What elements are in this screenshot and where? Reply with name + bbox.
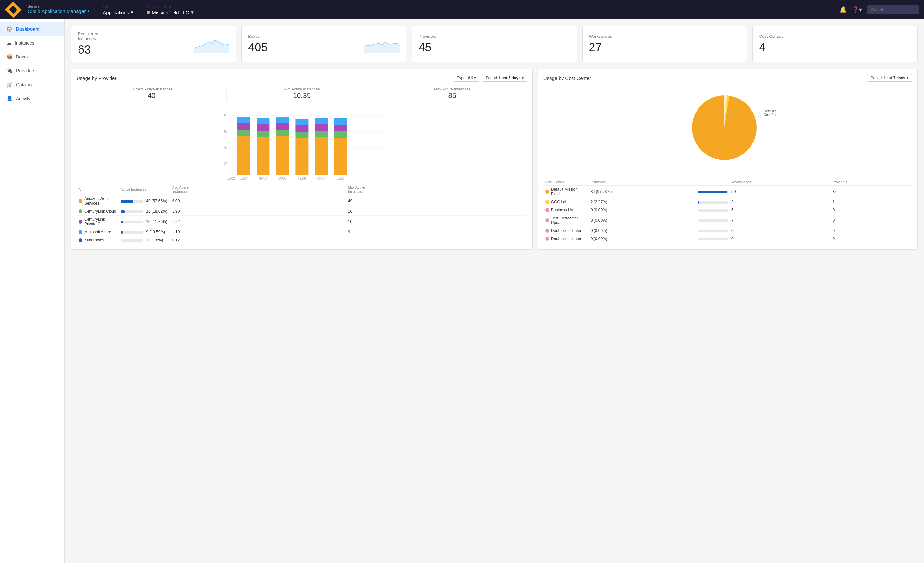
stat-card-workspaces: Workspaces 27 bbox=[582, 26, 747, 62]
provider-name: Microsoft Azure bbox=[84, 230, 111, 234]
notifications-icon[interactable]: 🔔 bbox=[840, 6, 847, 13]
cost-center-panel-title: Usage by Cost Center bbox=[543, 75, 591, 81]
provider-name: CenturyLink Cloud bbox=[84, 209, 116, 214]
cost-center-name-cell: Business Unit bbox=[543, 206, 589, 214]
sidebar-item-boxes[interactable]: 📦 Boxes bbox=[0, 50, 64, 64]
provider-avg: 1.22 bbox=[170, 216, 346, 228]
provider-table: All Active Instances Avg ActiveInstances… bbox=[76, 184, 527, 244]
svg-text:09/06: 09/06 bbox=[298, 177, 306, 180]
svg-rect-28 bbox=[315, 118, 328, 124]
provider-progress-bar bbox=[120, 200, 143, 203]
org-selector[interactable]: Organization MissionField LLC ▾ bbox=[140, 0, 200, 20]
svg-rect-26 bbox=[315, 131, 328, 137]
svg-rect-9 bbox=[237, 137, 250, 175]
cost-center-bar-cell bbox=[696, 235, 729, 243]
provider-progress-bar bbox=[120, 221, 143, 223]
catalog-icon: 🛒 bbox=[6, 81, 13, 88]
cost-center-name-cell: Doublecostcenter bbox=[543, 235, 589, 243]
col-instances: Instances bbox=[589, 179, 696, 186]
col-bar bbox=[696, 179, 729, 186]
cost-center-instances: 2 (2.27%) bbox=[589, 198, 696, 206]
svg-rect-15 bbox=[256, 124, 270, 131]
bar-chart-svg: 80 60 40 20 bbox=[76, 111, 527, 182]
cost-center-name: Test Costcenter Upda... bbox=[551, 216, 587, 225]
stat-label-boxes: Boxes bbox=[248, 34, 267, 39]
cost-center-name: Doublecostcenter bbox=[551, 228, 581, 233]
max-active-label: Max Active Instances bbox=[377, 87, 527, 92]
site-dropdown-arrow: ▾ bbox=[131, 9, 134, 15]
cost-center-dot bbox=[545, 190, 549, 194]
provider-progress-bar bbox=[120, 210, 143, 213]
svg-text:80: 80 bbox=[224, 113, 228, 117]
cost-center-bar bbox=[699, 191, 728, 193]
svg-text:Cost Cente: Cost Cente bbox=[764, 113, 776, 117]
period-filter-label-cost: Period: bbox=[871, 76, 883, 80]
sidebar-item-label-catalog: Catalog bbox=[16, 82, 32, 87]
cost-center-bar bbox=[699, 201, 728, 204]
provider-avg: 1.10 bbox=[170, 228, 346, 236]
svg-text:40: 40 bbox=[224, 146, 228, 149]
col-cost-center: Cost Center bbox=[543, 179, 589, 186]
sidebar-item-dashboard[interactable]: 🏠 Dashboard bbox=[0, 22, 64, 36]
activity-icon: 👤 bbox=[6, 95, 13, 102]
provider-bar-cell: 1 (1.18%) bbox=[118, 236, 170, 244]
service-label: Service bbox=[28, 5, 90, 8]
col-active-instances: Active Instances bbox=[118, 184, 170, 195]
svg-text:Default Mission: Default Mission bbox=[764, 109, 776, 113]
col-workspaces: Workspaces bbox=[729, 179, 830, 186]
cost-center-bar-cell bbox=[696, 227, 729, 235]
help-icon[interactable]: ❓▾ bbox=[852, 6, 862, 13]
provider-progress-fill bbox=[120, 200, 134, 203]
nav-icons: 🔔 ❓▾ bbox=[840, 6, 919, 14]
usage-by-cost-center-panel: Usage by Cost Center Period: Last 7 days… bbox=[538, 69, 918, 249]
org-label: Organization bbox=[147, 4, 194, 9]
top-nav: Service Cloud Application Manager ▾ Site… bbox=[0, 0, 924, 20]
sidebar-item-providers[interactable]: 🔌 Providers bbox=[0, 64, 64, 78]
sidebar-item-catalog[interactable]: 🛒 Catalog bbox=[0, 78, 64, 92]
cost-center-instances: 86 (97.73%) bbox=[589, 186, 696, 198]
sidebar-item-instances[interactable]: ☁ Instances bbox=[0, 36, 64, 50]
type-filter-value: All bbox=[468, 76, 472, 80]
provider-progress-fill bbox=[120, 239, 121, 242]
provider-name-cell: CenturyLink Private C... bbox=[76, 216, 118, 228]
avg-active-label: Avg Active Instances bbox=[227, 87, 377, 92]
stat-cards-row: RegisteredInstances 63 Boxes 405 bbox=[71, 26, 918, 62]
provider-progress-bar bbox=[120, 231, 143, 234]
avg-active-value: 10.35 bbox=[227, 92, 377, 100]
svg-rect-23 bbox=[295, 125, 308, 132]
provider-active-instances: 1 (1.18%) bbox=[146, 238, 163, 242]
cost-center-providers: 0 bbox=[830, 214, 912, 227]
sidebar-item-activity[interactable]: 👤 Activity bbox=[0, 92, 64, 105]
provider-progress-fill bbox=[120, 231, 123, 234]
svg-text:60: 60 bbox=[224, 130, 228, 133]
cost-center-workspaces: 7 bbox=[729, 214, 830, 227]
type-filter-btn[interactable]: Type: All ▾ bbox=[454, 74, 480, 82]
provider-color-dot bbox=[78, 209, 82, 213]
svg-rect-16 bbox=[256, 118, 270, 124]
provider-active-instances: 10 (11.76%) bbox=[146, 219, 167, 224]
cost-center-workspaces: 50 bbox=[729, 186, 830, 198]
org-name: MissionField LLC ▾ bbox=[147, 9, 194, 15]
svg-rect-25 bbox=[315, 137, 328, 175]
nav-search-input[interactable] bbox=[867, 6, 919, 14]
cost-center-name: Doublecostcenter bbox=[551, 237, 581, 241]
site-selector[interactable]: Site Applications ▾ bbox=[96, 0, 140, 20]
svg-rect-31 bbox=[334, 125, 347, 131]
period-filter-arrow-cost: ▾ bbox=[906, 76, 909, 80]
provider-avg: 6.00 bbox=[170, 195, 346, 207]
stat-value-providers: 45 bbox=[418, 41, 436, 54]
period-filter-btn-provider[interactable]: Period: Last 7 days ▾ bbox=[482, 74, 527, 82]
max-active-stat: Max Active Instances 85 bbox=[377, 86, 527, 101]
cost-center-workspaces: 3 bbox=[729, 198, 830, 206]
svg-rect-13 bbox=[256, 137, 270, 175]
provider-max: 9 bbox=[346, 228, 527, 236]
table-row: Test Costcenter Upda... 0 (0.00%) 7 0 bbox=[543, 214, 912, 227]
svg-rect-18 bbox=[276, 130, 289, 137]
table-row: Default Mission Field ... 86 (97.73%) 50… bbox=[543, 186, 912, 198]
provider-name: Amazon Web Services bbox=[84, 197, 117, 206]
cost-center-dot bbox=[545, 200, 549, 204]
cost-center-providers: 1 bbox=[830, 198, 912, 206]
service-selector[interactable]: Service Cloud Application Manager ▾ bbox=[21, 0, 96, 20]
period-filter-btn-cost[interactable]: Period: Last 7 days ▾ bbox=[867, 74, 912, 82]
sparkline-boxes bbox=[364, 35, 400, 53]
